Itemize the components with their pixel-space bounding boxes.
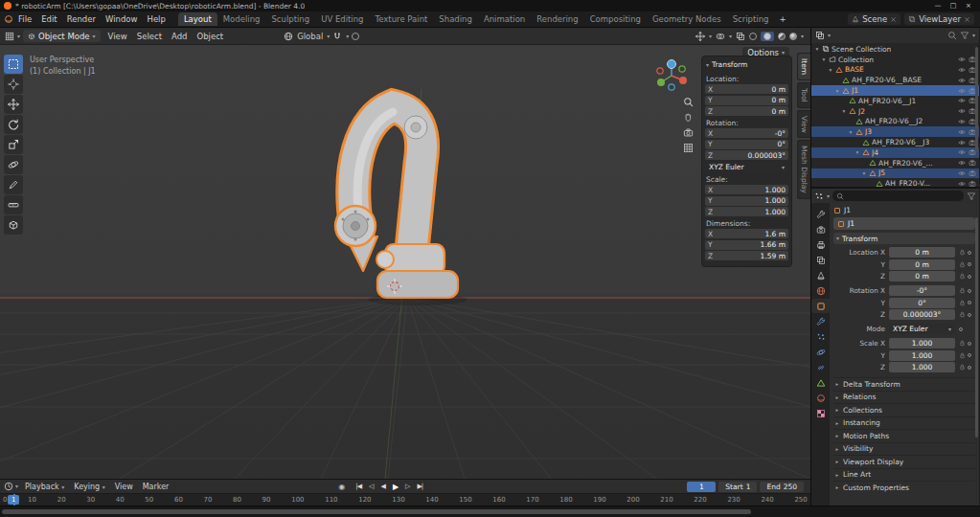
gizmo-neg-z-axis[interactable] — [669, 84, 674, 90]
breadcrumb-object-name[interactable]: J1 — [844, 206, 851, 214]
menu-edit[interactable]: Edit — [36, 13, 61, 25]
section-relations[interactable]: ▸Relations — [833, 391, 975, 404]
camera-icon[interactable] — [969, 169, 976, 177]
animate-dot[interactable] — [968, 342, 971, 346]
prop-mode-dropdown[interactable]: XYZ Euler▾ — [889, 324, 955, 334]
expand-arrow-icon[interactable]: ▾ — [861, 170, 867, 176]
section-motion-paths[interactable]: ▸Motion Paths — [833, 429, 975, 442]
workspace-tab-scripting[interactable]: Scripting — [727, 12, 775, 26]
properties-tab-object[interactable] — [811, 299, 830, 313]
timeline-menu-playback[interactable]: Playback ▾ — [20, 482, 69, 492]
npanel-tab-mesh-display[interactable]: Mesh Display — [797, 140, 810, 199]
properties-filter-icon[interactable] — [967, 191, 976, 201]
npanel-scaley-field[interactable]: Y1.000 — [705, 196, 788, 206]
npanel-scalez-field[interactable]: Z1.000 — [705, 207, 788, 216]
lock-icon[interactable] — [959, 287, 966, 294]
menu-render[interactable]: Render — [62, 13, 101, 25]
outliner-row-ah-fr20-v6-base[interactable]: AH_FR20-V6__BASE — [811, 75, 979, 85]
animate-dot[interactable] — [968, 301, 971, 304]
scene-selector[interactable]: Scene — [848, 13, 900, 25]
properties-scrollbar[interactable] — [975, 217, 978, 438]
view-layer-selector[interactable]: ViewLayer — [904, 13, 974, 25]
section-delta-transform[interactable]: ▸Delta Transform — [833, 377, 975, 391]
proportional-editing-toggle[interactable] — [352, 33, 359, 40]
menu-window[interactable]: Window — [101, 13, 143, 25]
blender-menu-icon[interactable] — [4, 14, 13, 24]
properties-tab-particles[interactable] — [811, 329, 830, 344]
prop-y-field[interactable]: 0 m — [889, 259, 955, 270]
previous-keyframe-button[interactable]: ◁ — [367, 483, 375, 491]
section-visibility[interactable]: ▸Visibility — [833, 442, 975, 456]
npanel-tab-tool[interactable]: Tool — [797, 82, 810, 108]
transform-orientation-dropdown[interactable]: Global ▾ — [284, 32, 330, 41]
prop-z-field[interactable]: 0 m — [889, 271, 955, 281]
viewport-menu-add[interactable]: Add — [167, 31, 192, 42]
expand-arrow-icon[interactable]: ▾ — [814, 46, 820, 52]
gizmo-neg-x-axis[interactable] — [657, 68, 663, 74]
prop-rotation-x-field[interactable]: -0° — [889, 285, 955, 296]
robot-arm-model[interactable] — [335, 106, 467, 305]
outliner-scrollbar[interactable] — [975, 47, 978, 152]
npanel-locationx-field[interactable]: X0 m — [705, 84, 788, 94]
expand-arrow-icon[interactable]: ▾ — [821, 56, 827, 62]
timeline-editor-caret-icon[interactable]: ▾ — [15, 483, 18, 489]
outliner-filter-caret-icon[interactable]: ▾ — [972, 33, 975, 38]
shading-solid-button[interactable] — [761, 32, 774, 41]
properties-tab-object-data[interactable] — [811, 375, 830, 390]
play-button[interactable]: ▶ — [391, 483, 399, 491]
tool-cursor[interactable] — [4, 75, 23, 94]
npanel-tab-view[interactable]: View — [797, 110, 810, 139]
current-frame-field[interactable]: 1 — [687, 482, 716, 492]
properties-tab-physics[interactable] — [811, 345, 830, 359]
npanel-rotationy-field[interactable]: Y0° — [705, 140, 788, 149]
npanel-dimensionsy-field[interactable]: Y1.66 m — [705, 240, 788, 250]
properties-tab-output[interactable] — [811, 237, 830, 252]
animate-dot[interactable] — [959, 327, 963, 331]
eye-icon[interactable] — [958, 169, 966, 177]
animate-dot[interactable] — [968, 353, 971, 357]
outliner-row-j2[interactable]: ▾J2 — [811, 106, 979, 117]
tool-transform[interactable] — [4, 155, 23, 174]
add-workspace-button[interactable]: + — [774, 13, 790, 25]
timeline-menu-marker[interactable]: Marker — [138, 482, 174, 492]
outliner-filter-icon[interactable] — [960, 31, 969, 40]
npanel-dimensionsz-field[interactable]: Z1.59 m — [705, 251, 788, 260]
outliner-editor-icon[interactable] — [815, 31, 825, 40]
workspace-tab-geometry-nodes[interactable]: Geometry Nodes — [647, 12, 727, 26]
lock-icon[interactable] — [959, 249, 966, 256]
gizmo-neg-y-axis[interactable] — [679, 66, 685, 72]
workspace-tab-uv-editing[interactable]: UV Editing — [315, 12, 369, 26]
maximize-button[interactable]: □ — [946, 2, 961, 10]
section-viewport-display[interactable]: ▸Viewport Display — [833, 455, 975, 468]
frame-end-field[interactable]: End250 — [760, 482, 804, 492]
workspace-tab-layout[interactable]: Layout — [178, 12, 217, 26]
animate-dot[interactable] — [968, 313, 971, 317]
mode-dropdown[interactable]: Object Mode ▾ — [23, 30, 101, 42]
npanel-dimensionsx-field[interactable]: X1.6 m — [705, 229, 788, 238]
jump-to-start-button[interactable]: |◀ — [353, 483, 363, 491]
editor-type-icon[interactable] — [5, 32, 14, 41]
lock-icon[interactable] — [959, 340, 966, 347]
npanel-scalex-field[interactable]: X1.000 — [705, 185, 788, 194]
timeline-horizontal-scrollbar[interactable] — [2, 509, 751, 514]
timeline-editor-icon[interactable] — [4, 482, 13, 491]
show-overlays-icon[interactable] — [716, 32, 725, 41]
npanel-locationy-field[interactable]: Y0 m — [705, 96, 788, 105]
animate-dot[interactable] — [968, 366, 971, 370]
jump-to-end-button[interactable]: ▶| — [415, 483, 424, 491]
eye-icon[interactable] — [958, 148, 966, 156]
expand-arrow-icon[interactable]: ▾ — [848, 129, 854, 135]
animate-dot[interactable] — [968, 289, 971, 293]
editor-type-caret-icon[interactable]: ▾ — [17, 34, 20, 39]
expand-arrow-icon[interactable]: ▾ — [834, 88, 840, 94]
properties-tab-view-layer[interactable] — [811, 253, 830, 267]
object-name-field[interactable]: J1 — [833, 217, 975, 230]
lock-icon[interactable] — [959, 311, 966, 318]
viewport-menu-select[interactable]: Select — [132, 31, 167, 42]
tool-select-box[interactable] — [4, 55, 23, 74]
outliner-row-j1[interactable]: ▾J1 — [811, 85, 979, 96]
viewport-menu-view[interactable]: View — [103, 31, 132, 42]
viewport-menu-object[interactable]: Object — [192, 31, 228, 42]
eye-icon[interactable] — [958, 66, 966, 74]
gizmo-y-axis[interactable] — [657, 79, 665, 86]
